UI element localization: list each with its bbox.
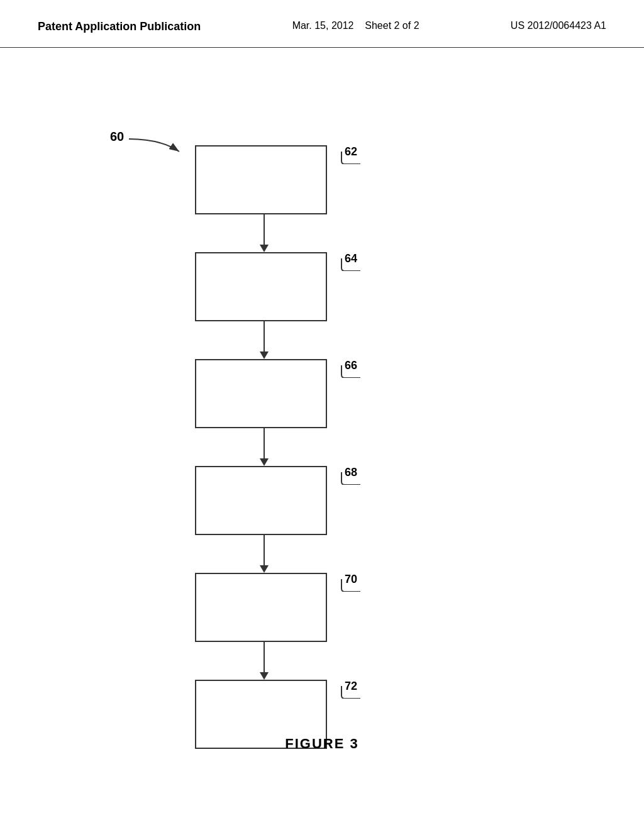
- arrow-2: [260, 321, 269, 359]
- header-publication-type: Patent Application Publication: [38, 19, 201, 35]
- header-patent-number: US 2012/0064423 A1: [511, 19, 606, 33]
- arrow-4: [260, 535, 269, 573]
- flow-box-62: [195, 145, 327, 214]
- label-66: 66: [338, 362, 364, 381]
- label-68: 68: [338, 469, 364, 488]
- flow-box-64: [195, 252, 327, 321]
- label-72: 72: [338, 683, 364, 702]
- diagram-container: 60 62 64: [0, 48, 644, 771]
- header-date-sheet: Mar. 15, 2012 Sheet 2 of 2: [292, 19, 419, 33]
- arrow-1: [260, 214, 269, 252]
- label-70: 70: [338, 576, 364, 595]
- flow-box-68: [195, 466, 327, 535]
- figure-label: FIGURE 3: [285, 736, 358, 752]
- arrow-3: [260, 428, 269, 466]
- main-label-60: 60: [110, 130, 124, 144]
- flow-box-70: [195, 573, 327, 642]
- arrow-5: [260, 642, 269, 680]
- label-62: 62: [338, 148, 364, 167]
- flow-box-66: [195, 359, 327, 428]
- label-64: 64: [338, 255, 364, 274]
- page-header: Patent Application Publication Mar. 15, …: [0, 0, 644, 48]
